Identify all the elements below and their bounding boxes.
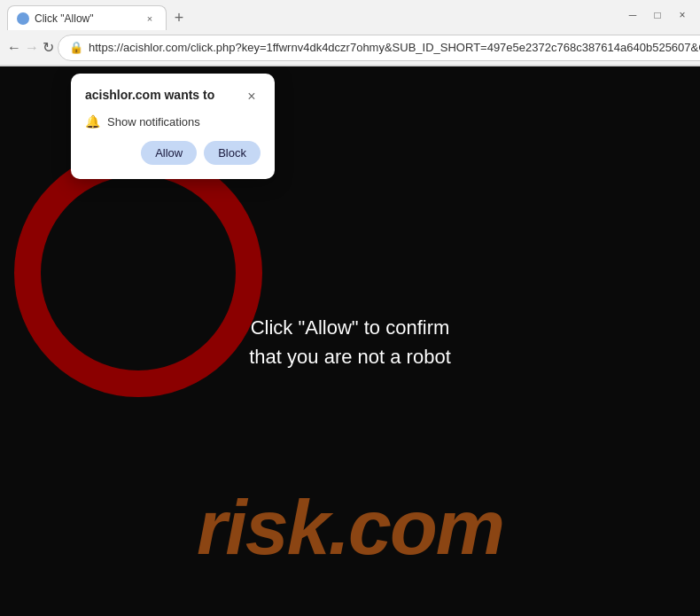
maximize-button[interactable]: □ [647, 4, 668, 26]
tab-strip: Click "Allow" × + [7, 0, 615, 30]
window-controls: ─ □ × [622, 4, 693, 26]
minimize-button[interactable]: ─ [622, 4, 643, 26]
tab-favicon [17, 12, 29, 25]
block-button[interactable]: Block [204, 141, 261, 165]
watermark-text: risk.com [0, 482, 700, 573]
popup-header: acishlor.com wants to × [85, 88, 261, 105]
new-tab-button[interactable]: + [167, 5, 191, 30]
browser-tab[interactable]: Click "Allow" × [7, 5, 167, 30]
tab-label: Click "Allow" [35, 12, 137, 25]
title-bar: Click "Allow" × + ─ □ × [0, 0, 700, 30]
browser-chrome: Click "Allow" × + ─ □ × ← → ↻ 🔒 https://… [0, 0, 700, 66]
notification-popup: acishlor.com wants to × 🔔 Show notificat… [71, 74, 275, 179]
message-line2: that you are not a robot [249, 342, 451, 371]
center-message: Click "Allow" to confirm that you are no… [249, 313, 451, 371]
message-line1: Click "Allow" to confirm [249, 313, 451, 342]
popup-close-button[interactable]: × [243, 88, 261, 105]
address-text: https://acishlor.com/click.php?key=1ffwr… [89, 41, 700, 54]
lock-icon: 🔒 [69, 41, 83, 54]
back-button[interactable]: ← [7, 35, 21, 61]
bell-icon: 🔔 [85, 114, 100, 129]
address-bar[interactable]: 🔒 https://acishlor.com/click.php?key=1ff… [58, 35, 700, 61]
tab-close-button[interactable]: × [143, 12, 157, 26]
close-window-button[interactable]: × [672, 4, 693, 26]
page-content: risk.com Click "Allow" to confirm that y… [0, 66, 700, 616]
forward-button[interactable]: → [25, 35, 39, 61]
popup-notification-row: 🔔 Show notifications [85, 114, 261, 129]
popup-notification-label: Show notifications [107, 115, 200, 129]
popup-title: acishlor.com wants to [85, 88, 214, 102]
watermark-circle [14, 149, 262, 397]
navigation-bar: ← → ↻ 🔒 https://acishlor.com/click.php?k… [0, 30, 700, 66]
reload-button[interactable]: ↻ [43, 35, 54, 61]
popup-buttons: Allow Block [85, 141, 261, 165]
allow-button[interactable]: Allow [141, 141, 197, 165]
